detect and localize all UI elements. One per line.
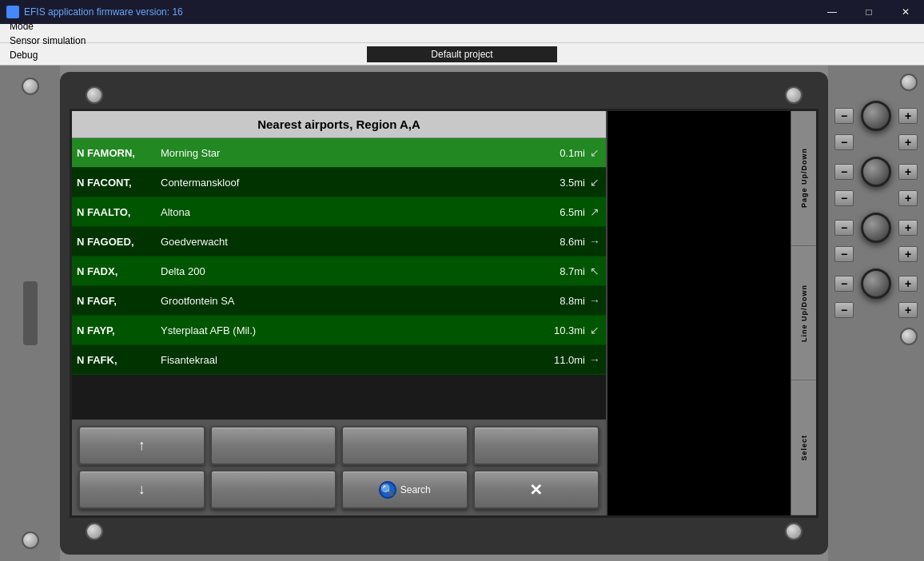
airport-distance: 10.3mi [554, 324, 585, 336]
vertical-controls: Page Up/Down Line Up/Down Select [791, 111, 816, 515]
menu-item-sensor-simulation[interactable]: Sensor simulation [3, 34, 92, 48]
airport-row[interactable]: N FAALTO,Altona6.5mi↗ [72, 197, 606, 227]
minimize-button[interactable]: — [814, 0, 850, 24]
up-button[interactable]: ↑ [78, 426, 205, 465]
airport-list: N FAMORN,Morning Star0.1mi↙N FACONT,Cont… [72, 138, 606, 420]
airport-row[interactable]: N FAFK,Fisantekraal11.0mi→ [72, 345, 606, 375]
airport-distance: 8.6mi [560, 236, 585, 248]
airport-direction-arrow: ↗ [588, 205, 601, 218]
knob2[interactable] [861, 157, 891, 187]
knob3-minus-top[interactable]: − [834, 220, 854, 236]
knob4-plus-top[interactable]: + [898, 276, 918, 292]
top-right-screw [900, 74, 918, 91]
bottom-right-device-screw [785, 523, 803, 540]
knob1[interactable] [861, 101, 891, 131]
title-bar: EFIS application firmware version: 16 — … [0, 0, 924, 24]
menu-item-debug[interactable]: Debug [3, 48, 92, 62]
left-handle [23, 281, 38, 345]
knob2-minus-bot[interactable]: − [834, 190, 854, 206]
airport-direction-arrow: ↙ [588, 176, 601, 189]
button-row1-col3[interactable] [341, 426, 468, 465]
down-arrow-icon: ↓ [138, 481, 145, 498]
airport-row[interactable]: N FACONT,Contermanskloof3.5mi↙ [72, 168, 606, 197]
knob2-plus-bot[interactable]: + [898, 190, 918, 206]
button-row2-col2[interactable] [210, 470, 337, 509]
control-group-4: − + − + [834, 269, 918, 318]
bottom-left-screw [22, 531, 39, 549]
knob3[interactable] [861, 213, 891, 243]
airport-row[interactable]: N FAGF,Grootfontein SA8.8mi→ [72, 286, 606, 316]
up-arrow-icon: ↑ [138, 437, 145, 454]
screen-right-black [607, 111, 791, 515]
airport-name: Grootfontein SA [161, 295, 560, 307]
airport-name: Ysterplaat AFB (Mil.) [161, 324, 554, 336]
knob4[interactable] [861, 269, 891, 299]
close-button[interactable]: ✕ [887, 0, 924, 24]
knob1-minus-top[interactable]: − [834, 108, 854, 124]
airport-name: Altona [161, 206, 560, 218]
airport-panel: Nearest airports, Region A,A N FAMORN,Mo… [72, 111, 607, 515]
airport-direction-arrow: ↙ [588, 324, 601, 336]
line-updown-label: Line Up/Down [800, 284, 808, 342]
airport-row[interactable]: N FAGOED,Goedverwacht8.6mi→ [72, 227, 606, 257]
down-button[interactable]: ↓ [78, 470, 205, 509]
airport-code: N FAMORN, [77, 147, 161, 159]
knob4-minus-top[interactable]: − [834, 276, 854, 292]
select-section: Select [791, 380, 816, 515]
close-x-button[interactable]: ✕ [473, 470, 600, 509]
left-panel [0, 66, 60, 561]
button-row1-col4[interactable] [473, 426, 600, 465]
airport-direction-arrow: ↙ [588, 146, 601, 159]
select-label: Select [800, 435, 808, 461]
search-icon: 🔍 [379, 481, 396, 499]
airport-distance: 8.8mi [560, 295, 585, 307]
knob3-plus-top[interactable]: + [898, 220, 918, 236]
main-content: Nearest airports, Region A,A N FAMORN,Mo… [0, 66, 924, 561]
knob1-top-row: − + [834, 101, 918, 131]
knob3-plus-bot[interactable]: + [898, 246, 918, 262]
knob3-bot-row: − + [834, 246, 918, 262]
airport-distance: 8.7mi [560, 265, 585, 277]
knob1-plus-top[interactable]: + [898, 108, 918, 124]
knob2-minus-top[interactable]: − [834, 164, 854, 180]
airport-name: Delta 200 [161, 265, 560, 277]
knob4-minus-bot[interactable]: − [834, 302, 854, 318]
knob4-bot-row: − + [834, 302, 918, 318]
knob1-minus-bot[interactable]: − [834, 134, 854, 150]
control-group-3: − + − + [834, 213, 918, 262]
airport-row[interactable]: N FAYP,Ysterplaat AFB (Mil.)10.3mi↙ [72, 316, 606, 345]
airport-code: N FAALTO, [77, 206, 161, 218]
airport-name: Contermanskloof [161, 177, 560, 189]
airport-code: N FAGOED, [77, 236, 161, 248]
airport-direction-arrow: → [588, 235, 601, 248]
knob4-plus-bot[interactable]: + [898, 302, 918, 318]
app-title: EFIS application firmware version: 16 [24, 6, 183, 18]
airport-row[interactable]: N FADX,Delta 2008.7mi↖ [72, 257, 606, 286]
button-area: ↑ ↓ 🔍 Search ✕ [72, 420, 606, 515]
airport-code: N FAFK, [77, 354, 161, 366]
knob1-plus-bot[interactable]: + [898, 134, 918, 150]
airport-row[interactable]: N FAMORN,Morning Star0.1mi↙ [72, 138, 606, 168]
airport-code: N FADX, [77, 265, 161, 277]
airport-distance: 3.5mi [560, 177, 585, 189]
button-row1-col2[interactable] [210, 426, 337, 465]
knob2-top-row: − + [834, 157, 918, 187]
airport-direction-arrow: → [588, 353, 601, 366]
right-panel: − + − + − + − + [828, 66, 924, 561]
top-left-screw [22, 78, 39, 95]
knob3-top-row: − + [834, 213, 918, 243]
search-button[interactable]: 🔍 Search [341, 470, 468, 509]
knob1-bot-row: − + [834, 134, 918, 150]
knob2-plus-top[interactable]: + [898, 164, 918, 180]
control-group-1: − + − + [834, 101, 918, 150]
maximize-button[interactable]: □ [850, 0, 887, 24]
device-frame: Nearest airports, Region A,A N FAMORN,Mo… [60, 72, 828, 555]
top-screws [70, 82, 818, 109]
page-updown-label: Page Up/Down [800, 148, 808, 208]
project-bar: Default project [0, 43, 924, 66]
screen-area: Nearest airports, Region A,A N FAMORN,Mo… [70, 109, 818, 518]
knob3-minus-bot[interactable]: − [834, 246, 854, 262]
airport-name: Goedverwacht [161, 236, 560, 248]
search-label: Search [400, 484, 431, 495]
window-controls: — □ ✕ [814, 0, 924, 24]
